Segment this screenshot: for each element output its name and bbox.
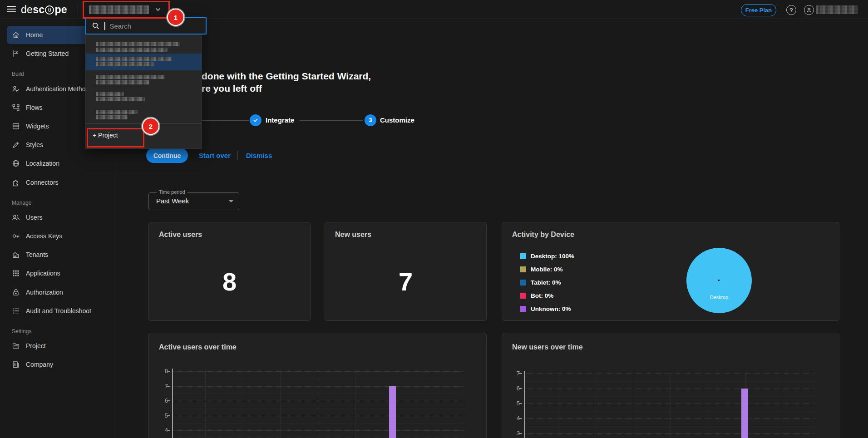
building-home-icon [12, 251, 20, 259]
building-icon [12, 360, 20, 369]
active-users-card: Active users 8 [148, 222, 311, 321]
stepper-connector-2 [300, 120, 363, 121]
new-users-card: New users 7 [325, 222, 487, 321]
free-plan-badge[interactable]: Free Plan [741, 4, 776, 16]
step-integrate-check-icon [250, 114, 261, 126]
project-selector[interactable] [85, 3, 163, 16]
pie-center-dot [718, 280, 720, 281]
descope-console: { "topbar": { "logo": {"de": "de", "sc":… [0, 0, 868, 438]
text-cursor [104, 22, 105, 30]
start-over-button[interactable]: Start over [199, 152, 231, 159]
legend-swatch-tablet [520, 280, 526, 285]
sidebar-item-audit-and-troubleshoot[interactable]: Audit and Troubleshoot [0, 302, 116, 320]
globe-icon [12, 159, 20, 167]
project-option[interactable] [96, 42, 180, 46]
select-caret-icon [229, 200, 233, 205]
people-icon [12, 213, 20, 221]
sidebar-item-access-keys[interactable]: Access Keys [0, 227, 116, 245]
user-avatar-icon[interactable] [804, 5, 814, 15]
step-integrate-label: Integrate [266, 116, 294, 124]
descope-logo: desc()pe [21, 4, 67, 16]
legend-swatch-unknown [520, 306, 526, 312]
active-users-value: 8 [149, 267, 310, 296]
pen-icon [12, 141, 20, 149]
folder-icon [12, 342, 20, 350]
legend-item-unknown: Unknown: 0% [520, 305, 571, 312]
sidebar-item-company[interactable]: Company [0, 355, 116, 374]
time-period-value: Past Week [156, 197, 189, 205]
user-name-redacted[interactable] [816, 5, 858, 14]
sidebar-section-manage: Manage [12, 200, 31, 206]
sidebar-item-project[interactable]: Project [0, 337, 116, 355]
sidebar-item-connectors[interactable]: Connectors [0, 173, 116, 192]
active-users-over-time-title: Active users over time [159, 343, 237, 351]
active-users-title: Active users [159, 231, 202, 239]
legend-item-desktop: Desktop: 100% [520, 252, 574, 260]
search-icon [92, 22, 100, 30]
list-icon [12, 307, 20, 315]
step-customize-number: 3 [365, 114, 376, 126]
legend-item-bot: Bot: 0% [520, 292, 553, 299]
project-name-redacted [89, 5, 149, 14]
key-icon [12, 232, 20, 240]
flag-icon [12, 49, 20, 58]
sidebar-item-applications[interactable]: Applications [0, 264, 116, 282]
pie-slice-label: Desktop [686, 295, 752, 300]
sidebar-section-settings: Settings [12, 328, 31, 335]
project-option[interactable] [96, 115, 128, 119]
chevron-down-icon [155, 8, 161, 11]
grid-icon [12, 269, 20, 277]
project-option[interactable] [96, 62, 154, 66]
legend-item-mobile: Mobile: 0% [520, 266, 563, 273]
device-pie-chart: Desktop [686, 248, 752, 313]
legend-item-tablet: Tablet: 0% [520, 279, 561, 286]
legend-swatch-desktop [520, 253, 526, 259]
new-users-over-time-card: New users over time [502, 333, 839, 438]
wizard-heading-line1: done with the Getting Started Wizard, [202, 71, 371, 82]
annotation-badge-2: 2 [142, 118, 159, 135]
annotation-badge-1: 1 [167, 9, 184, 26]
logo-divider [78, 5, 78, 15]
activity-by-device-title: Activity by Device [512, 231, 574, 239]
new-users-value: 7 [325, 267, 486, 296]
project-option[interactable] [96, 110, 138, 114]
project-option[interactable] [96, 75, 165, 79]
activity-by-device-card: Activity by Device Desktop: 100% Mobile:… [502, 222, 839, 321]
project-option[interactable] [96, 57, 172, 61]
search-placeholder: Search [110, 22, 132, 30]
sidebar-section-build: Build [12, 71, 24, 77]
project-option[interactable] [96, 48, 168, 52]
sidebar-item-users[interactable]: Users [0, 208, 116, 226]
new-users-over-time-title: New users over time [512, 343, 583, 351]
sidebar-item-localization[interactable]: Localization [0, 154, 116, 172]
time-period-label: Time period [157, 189, 187, 195]
flowchart-icon [12, 103, 20, 112]
project-search-box[interactable]: Search [85, 17, 207, 34]
step-customize-label: Customize [380, 116, 414, 124]
link-divider [237, 151, 238, 160]
legend-swatch-bot [520, 293, 526, 299]
puzzle-icon [12, 178, 20, 187]
legend-swatch-mobile [520, 266, 526, 272]
new-users-title: New users [335, 231, 371, 239]
sidebar-item-authorization[interactable]: Authorization [0, 283, 116, 301]
project-option[interactable] [96, 97, 145, 101]
active-users-over-time-card: Active users over time [148, 333, 487, 438]
project-option[interactable] [96, 80, 149, 84]
widget-box-icon [12, 122, 20, 130]
continue-button[interactable]: Continue [146, 148, 188, 163]
dismiss-button[interactable]: Dismiss [246, 152, 272, 159]
help-icon[interactable]: ? [786, 5, 796, 15]
home-icon [12, 31, 20, 39]
lock-icon [12, 288, 20, 296]
descope-logo-o-icon: () [45, 5, 54, 15]
stepper-connector-1 [201, 120, 249, 121]
sidebar-item-tenants[interactable]: Tenants [0, 246, 116, 264]
add-project-button[interactable]: + Project [93, 132, 118, 139]
wizard-heading-line2: re you left off [202, 83, 262, 94]
logo-text: de [21, 4, 33, 16]
person-check-icon [12, 85, 20, 93]
project-option[interactable] [96, 92, 124, 96]
menu-icon[interactable] [7, 6, 16, 12]
